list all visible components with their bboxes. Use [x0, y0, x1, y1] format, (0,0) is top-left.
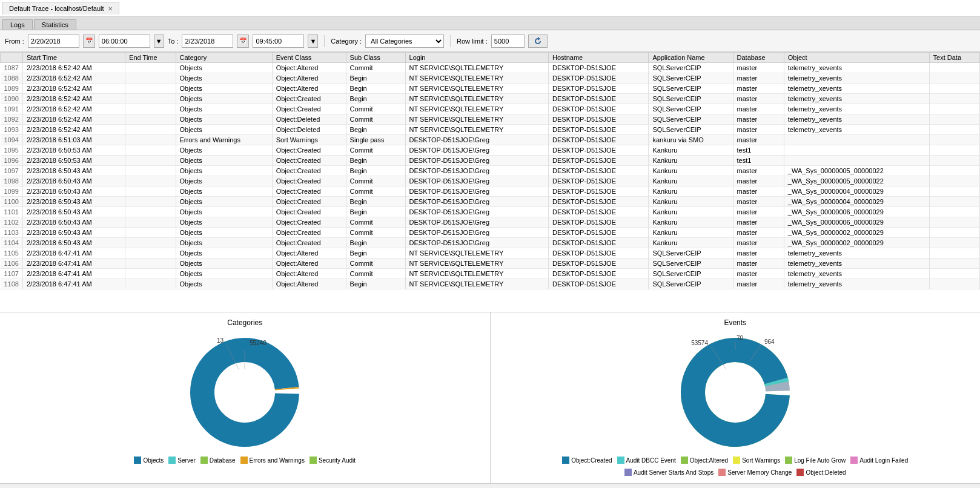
table-row[interactable]: 1088 2/23/2018 6:52:42 AM Objects Object… [1, 73, 980, 84]
toolbar: From : 📅 ▼ To : 📅 ▼ Category : All Categ… [0, 30, 980, 52]
to-time-input[interactable] [253, 35, 304, 48]
cell-hostname: DESKTOP-D51SJOE [549, 125, 649, 135]
table-row[interactable]: 1099 2/23/2018 6:50:43 AM Objects Object… [1, 186, 980, 197]
col-app-name[interactable]: Application Name [649, 53, 733, 63]
col-text-data[interactable]: Text Data [929, 53, 979, 63]
tab-logs[interactable]: Logs [2, 19, 33, 30]
cell-num: 1105 [1, 248, 23, 259]
tab-close-button[interactable]: ✕ [108, 5, 113, 12]
cell-sub-class: Begin [346, 84, 405, 94]
cell-app-name: Kankuru [649, 207, 733, 217]
legend-obj-altered-color [681, 457, 688, 464]
col-sub-class[interactable]: Sub Class [346, 53, 405, 63]
cell-end-time [125, 63, 176, 73]
cell-num: 1090 [1, 94, 23, 104]
table-row[interactable]: 1107 2/23/2018 6:47:41 AM Objects Object… [1, 269, 980, 279]
cell-database: master [733, 186, 784, 197]
table-row[interactable]: 1100 2/23/2018 6:50:43 AM Objects Object… [1, 197, 980, 207]
col-login[interactable]: Login [405, 53, 549, 63]
from-date-calendar-button[interactable]: 📅 [83, 35, 95, 48]
table-row[interactable]: 1097 2/23/2018 6:50:43 AM Objects Object… [1, 166, 980, 176]
cell-end-time [125, 156, 176, 166]
refresh-button[interactable] [528, 35, 548, 48]
table-row[interactable]: 1096 2/23/2018 6:50:53 AM Objects Object… [1, 156, 980, 166]
table-row[interactable]: 1101 2/23/2018 6:50:43 AM Objects Object… [1, 207, 980, 217]
to-date-calendar-button[interactable]: 📅 [237, 35, 249, 48]
from-time-input[interactable] [99, 35, 150, 48]
table-row[interactable]: 1093 2/23/2018 6:52:42 AM Objects Object… [1, 125, 980, 135]
tab-statistics[interactable]: Statistics [34, 19, 76, 30]
cell-end-time [125, 73, 176, 84]
cell-sub-class: Single pass [346, 135, 405, 145]
table-row[interactable]: 1108 2/23/2018 6:47:41 AM Objects Object… [1, 279, 980, 289]
cell-object: telemetry_xevents [784, 125, 929, 135]
table-row[interactable]: 1098 2/23/2018 6:50:43 AM Objects Object… [1, 176, 980, 186]
col-start-time[interactable]: Start Time [22, 53, 125, 63]
col-event-class[interactable]: Event Class [272, 53, 346, 63]
cell-database: master [733, 114, 784, 125]
cell-hostname: DESKTOP-D51SJOE [549, 94, 649, 104]
cell-database: master [733, 104, 784, 114]
rowlimit-input[interactable] [491, 35, 525, 48]
cell-database: master [733, 217, 784, 228]
cell-start-time: 2/23/2018 6:47:41 AM [22, 259, 125, 269]
col-database[interactable]: Database [733, 53, 784, 63]
cell-login: DESKTOP-D51SJOE\Greg [405, 176, 549, 186]
cell-start-time: 2/23/2018 6:52:42 AM [22, 94, 125, 104]
cell-start-time: 2/23/2018 6:50:43 AM [22, 176, 125, 186]
cell-text-data [929, 94, 979, 104]
cell-event-class: Object:Altered [272, 73, 346, 84]
table-row[interactable]: 1087 2/23/2018 6:52:42 AM Objects Object… [1, 63, 980, 73]
top-tabs: Logs Statistics [0, 17, 980, 30]
cell-num: 1106 [1, 259, 23, 269]
table-row[interactable]: 1106 2/23/2018 6:47:41 AM Objects Object… [1, 259, 980, 269]
cell-text-data [929, 186, 979, 197]
table-row[interactable]: 1091 2/23/2018 6:52:42 AM Objects Object… [1, 104, 980, 114]
cell-event-class: Object:Altered [272, 259, 346, 269]
col-object[interactable]: Object [784, 53, 929, 63]
cell-object: telemetry_xevents [784, 84, 929, 94]
cell-object: telemetry_xevents [784, 104, 929, 114]
cell-event-class: Object:Altered [272, 84, 346, 94]
cell-hostname: DESKTOP-D51SJOE [549, 84, 649, 94]
legend-server-color [168, 457, 176, 464]
legend-obj-deleted-color [796, 469, 804, 476]
legend-database-label: Database [210, 457, 236, 464]
cell-sub-class: Commit [346, 186, 405, 197]
from-date-input[interactable] [28, 35, 79, 48]
dropdown-to-time[interactable]: ▼ [308, 35, 318, 48]
cell-database: master [733, 63, 784, 73]
cell-login: DESKTOP-D51SJOE\Greg [405, 217, 549, 228]
main-tab[interactable]: Default Trace - localhost/Default ✕ [2, 2, 119, 15]
table-row[interactable]: 1092 2/23/2018 6:52:42 AM Objects Object… [1, 114, 980, 125]
table-row[interactable]: 1094 2/23/2018 6:51:03 AM Errors and War… [1, 135, 980, 145]
cell-hostname: DESKTOP-D51SJOE [549, 156, 649, 166]
category-select[interactable]: All Categories Objects Errors and Warnin… [365, 35, 444, 48]
table-row[interactable]: 1090 2/23/2018 6:52:42 AM Objects Object… [1, 94, 980, 104]
table-row[interactable]: 1103 2/23/2018 6:50:43 AM Objects Object… [1, 228, 980, 238]
legend-obj-deleted: Object:Deleted [796, 469, 846, 476]
table-row[interactable]: 1104 2/23/2018 6:50:43 AM Objects Object… [1, 238, 980, 248]
table-row[interactable]: 1105 2/23/2018 6:47:41 AM Objects Object… [1, 248, 980, 259]
cell-app-name: SQLServerCEIP [649, 84, 733, 94]
to-date-input[interactable] [182, 35, 233, 48]
cell-sub-class: Commit [346, 104, 405, 114]
col-hostname[interactable]: Hostname [549, 53, 649, 63]
table-row[interactable]: 1089 2/23/2018 6:52:42 AM Objects Object… [1, 84, 980, 94]
cell-object: telemetry_xevents [784, 259, 929, 269]
cell-text-data [929, 114, 979, 125]
dropdown-from-time[interactable]: ▼ [154, 35, 164, 48]
legend-log-file-label: Log File Auto Grow [794, 457, 846, 464]
cell-end-time [125, 186, 176, 197]
legend-log-file-color [785, 457, 792, 464]
cell-num: 1095 [1, 145, 23, 156]
cell-end-time [125, 248, 176, 259]
col-end-time[interactable]: End Time [125, 53, 176, 63]
cell-database: master [733, 197, 784, 207]
cell-app-name: Kankuru [649, 145, 733, 156]
col-category[interactable]: Category [176, 53, 272, 63]
trace-table-container[interactable]: Start Time End Time Category Event Class… [0, 52, 980, 312]
table-row[interactable]: 1095 2/23/2018 6:50:53 AM Objects Object… [1, 145, 980, 156]
table-row[interactable]: 1102 2/23/2018 6:50:43 AM Objects Object… [1, 217, 980, 228]
cell-end-time [125, 104, 176, 114]
